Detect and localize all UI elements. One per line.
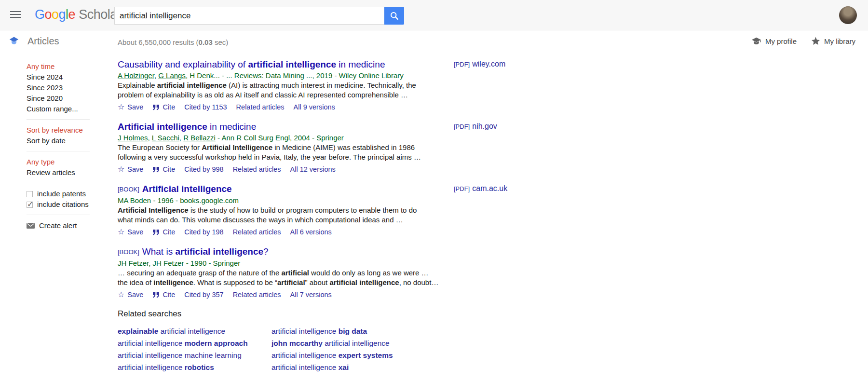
all-versions-link[interactable]: All 7 versions — [290, 291, 332, 299]
my-profile-link[interactable]: My profile — [751, 37, 797, 45]
all-versions-link[interactable]: All 9 versions — [294, 103, 335, 111]
cited-by-link[interactable]: Cited by 1153 — [184, 103, 227, 111]
book-tag: [BOOK] — [118, 186, 139, 193]
result-title[interactable]: Causability and explainability of artifi… — [118, 59, 450, 70]
cite-button[interactable]: Cite — [152, 165, 175, 173]
cite-button[interactable]: Cite — [152, 103, 175, 111]
save-button[interactable]: ☆Save — [118, 103, 143, 111]
cited-by-link[interactable]: Cited by 998 — [184, 165, 223, 173]
save-button[interactable]: ☆Save — [118, 228, 143, 236]
all-versions-link[interactable]: All 12 versions — [290, 165, 336, 173]
pdf-link[interactable]: [PDF]cam.ac.uk — [454, 184, 507, 193]
cite-button[interactable]: Cite — [152, 228, 175, 236]
sort-by-date[interactable]: Sort by date — [27, 136, 111, 146]
results-list: Causability and explainability of artifi… — [118, 59, 450, 309]
search-icon — [390, 11, 399, 21]
all-versions-link[interactable]: All 6 versions — [290, 228, 332, 236]
related-search-link[interactable]: explainable artificial intelligence — [118, 325, 271, 337]
logo-google: Google — [35, 7, 75, 22]
related-searches-heading: Related searches — [118, 309, 503, 319]
save-star-icon: ☆ — [118, 291, 124, 299]
create-alert-link[interactable]: Create alert — [27, 220, 111, 231]
filter-since-2023[interactable]: Since 2023 — [27, 82, 111, 93]
cite-button[interactable]: Cite — [152, 291, 175, 299]
profile-cap-icon — [751, 37, 761, 45]
filter-any-type: Any type — [27, 157, 111, 167]
related-search-link[interactable]: artificial intelligence big data — [271, 325, 393, 337]
search-result: Artificial intelligence in medicine J Ho… — [118, 121, 450, 174]
related-search-link[interactable]: artificial intelligence modern approach — [118, 337, 271, 349]
create-alert-label: Create alert — [39, 220, 77, 231]
result-actions: ☆Save Cite Cited by 998 Related articles… — [118, 164, 450, 174]
menu-icon[interactable] — [10, 11, 21, 19]
cite-quote-icon — [152, 229, 160, 235]
filter-custom-range[interactable]: Custom range... — [27, 104, 111, 114]
cite-quote-icon — [152, 104, 160, 110]
search-input[interactable] — [114, 7, 384, 25]
section-label: Articles — [27, 36, 59, 47]
related-search-link[interactable]: artificial intelligence robotics — [118, 361, 271, 373]
include-patents-label: include patents — [37, 189, 86, 199]
related-articles-link[interactable]: Related articles — [236, 103, 285, 111]
include-citations-checkbox[interactable]: ✓ include citations — [27, 199, 111, 210]
save-button[interactable]: ☆Save — [118, 165, 143, 173]
my-library-link[interactable]: My library — [811, 37, 855, 45]
include-citations-label: include citations — [37, 199, 89, 210]
cited-by-link[interactable]: Cited by 198 — [184, 228, 223, 236]
result-authors: MA Boden - 1996 - books.google.com — [118, 195, 450, 205]
filter-review-articles[interactable]: Review articles — [27, 167, 111, 178]
book-tag: [BOOK] — [118, 248, 139, 256]
search-button[interactable] — [384, 7, 404, 25]
filter-since-2020[interactable]: Since 2020 — [27, 93, 111, 104]
sidebar-divider — [27, 151, 90, 151]
related-articles-link[interactable]: Related articles — [233, 228, 281, 236]
header: Google Scholar — [0, 0, 868, 30]
search-result: [BOOK]Artificial intelligence MA Boden -… — [118, 183, 450, 237]
save-button[interactable]: ☆Save — [118, 291, 143, 299]
result-snippet: The European Society for Artificial Inte… — [118, 143, 450, 162]
results-stats: About 6,550,000 results (0.03 sec) — [118, 38, 228, 46]
pdf-link[interactable]: [PDF]wiley.com — [454, 60, 505, 68]
result-authors[interactable]: A Holzinger, G Langs, H Denk... - ... Re… — [118, 70, 450, 81]
result-snippet: Explainable artificial intelligence (AI)… — [118, 81, 450, 99]
envelope-icon — [27, 223, 35, 229]
related-search-link[interactable]: artificial intelligence xai — [271, 361, 393, 373]
result-title[interactable]: Artificial intelligence in medicine — [118, 121, 450, 133]
pdf-source: nih.gov — [472, 122, 497, 130]
avatar[interactable] — [839, 6, 857, 24]
result-actions: ☆Save Cite Cited by 1153 Related article… — [118, 102, 450, 112]
related-search-link[interactable]: john mccarthy artificial intelligence — [271, 337, 393, 349]
result-snippet: … securing an adequate grasp of the natu… — [118, 268, 450, 287]
cited-by-link[interactable]: Cited by 357 — [184, 291, 223, 299]
related-articles-link[interactable]: Related articles — [233, 291, 281, 299]
related-search-link[interactable]: artificial intelligence expert systems — [271, 349, 393, 361]
scholar-logo[interactable]: Google Scholar — [35, 7, 121, 22]
related-search-link[interactable]: artificial intelligence machine learning — [118, 349, 271, 361]
related-searches-section: Related searches explainable artificial … — [118, 309, 503, 373]
save-star-icon: ☆ — [118, 228, 124, 236]
result-actions: ☆Save Cite Cited by 357 Related articles… — [118, 290, 450, 299]
filter-since-2024[interactable]: Since 2024 — [27, 72, 111, 82]
my-profile-label: My profile — [765, 37, 797, 45]
star-icon — [811, 37, 820, 45]
result-title[interactable]: [BOOK]What is artificial intelligence? — [118, 246, 450, 258]
result-title[interactable]: [BOOK]Artificial intelligence — [118, 183, 450, 195]
cite-quote-icon — [152, 166, 160, 173]
result-actions: ☆Save Cite Cited by 198 Related articles… — [118, 227, 450, 237]
pdf-source: cam.ac.uk — [472, 184, 507, 192]
search-result: Causability and explainability of artifi… — [118, 59, 450, 112]
sidebar-divider — [27, 215, 90, 215]
pdf-link[interactable]: [PDF]nih.gov — [454, 122, 497, 131]
result-authors[interactable]: J Holmes, L Sacchi, R Bellazzi - Ann R C… — [118, 133, 450, 143]
include-patents-checkbox[interactable]: ✓ include patents — [27, 189, 111, 199]
results-toolbar: Articles About 6,550,000 results (0.03 s… — [0, 30, 868, 53]
filters-sidebar: Any time Since 2024 Since 2023 Since 202… — [27, 61, 111, 231]
sort-by-relevance: Sort by relevance — [27, 125, 111, 136]
my-library-label: My library — [824, 37, 855, 45]
sidebar-divider — [27, 119, 90, 120]
cite-quote-icon — [152, 292, 160, 298]
result-snippet: Artificial Intelligence is the study of … — [118, 205, 450, 224]
result-authors: JH Fetzer, JH Fetzer - 1990 - Springer — [118, 258, 450, 268]
articles-icon — [9, 37, 19, 45]
related-articles-link[interactable]: Related articles — [233, 165, 281, 173]
